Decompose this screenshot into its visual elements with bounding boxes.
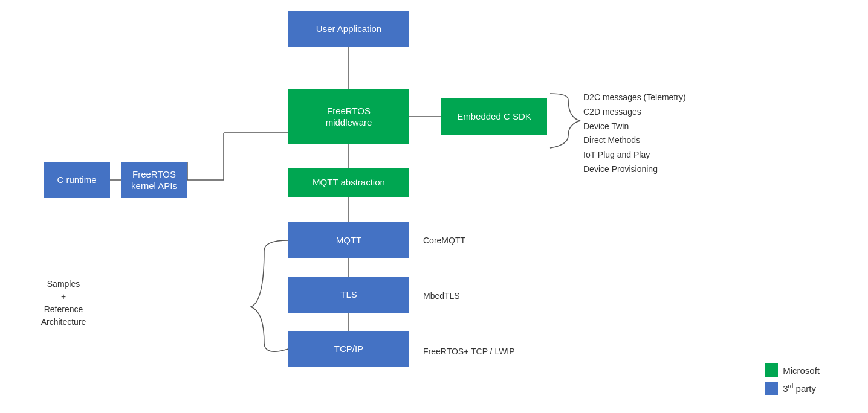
user-application-label: User Application	[316, 23, 381, 35]
tls-label: TLS	[340, 289, 357, 301]
tls-box: TLS	[288, 277, 409, 313]
tcpip-box: TCP/IP	[288, 331, 409, 367]
c-runtime-box: C runtime	[44, 162, 110, 198]
samples-label: Samples+Reference Architecture	[24, 278, 103, 328]
legend-third-party: 3rd party	[765, 382, 820, 395]
diagram: User Application FreeRTOSmiddleware Embe…	[0, 0, 868, 413]
embedded-c-sdk-box: Embedded C SDK	[441, 98, 547, 135]
mqtt-abstraction-label: MQTT abstraction	[313, 176, 385, 188]
freertos-middleware-label: FreeRTOSmiddleware	[326, 105, 372, 129]
microsoft-label: Microsoft	[783, 365, 820, 376]
freertos-kernel-label: FreeRTOSkernel APIs	[131, 168, 177, 192]
third-party-swatch	[765, 382, 778, 395]
microsoft-swatch	[765, 363, 778, 377]
user-application-box: User Application	[288, 11, 409, 47]
mqtt-abstraction-box: MQTT abstraction	[288, 168, 409, 197]
freertos-tcp-label: FreeRTOS+ TCP / LWIP	[423, 345, 515, 358]
legend-microsoft: Microsoft	[765, 363, 820, 377]
freertos-middleware-box: FreeRTOSmiddleware	[288, 89, 409, 144]
tcpip-label: TCP/IP	[334, 343, 363, 355]
freertos-kernel-box: FreeRTOSkernel APIs	[121, 162, 187, 198]
legend: Microsoft 3rd party	[765, 363, 820, 395]
mbedtls-label: MbedTLS	[423, 290, 460, 303]
mqtt-label: MQTT	[336, 234, 362, 246]
third-party-label: 3rd party	[783, 383, 816, 394]
embedded-c-sdk-label: Embedded C SDK	[457, 110, 531, 123]
mqtt-box: MQTT	[288, 222, 409, 258]
sdk-features-label: D2C messages (Telemetry)C2D messagesDevi…	[583, 91, 686, 177]
c-runtime-label: C runtime	[57, 174, 96, 186]
coremqtt-label: CoreMQTT	[423, 234, 465, 247]
